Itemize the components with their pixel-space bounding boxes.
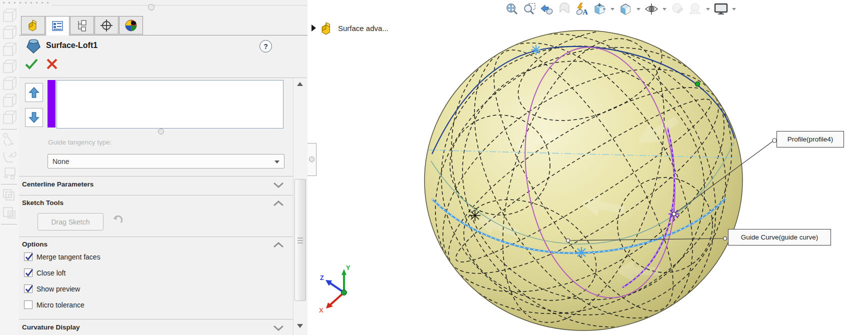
graphics-viewport[interactable]: Surface adva... A xyxy=(308,0,868,335)
splitter-grip-dot xyxy=(309,156,314,162)
scrollbar-thumb[interactable] xyxy=(294,179,306,301)
display-style-hidden-lines-icon[interactable] xyxy=(2,42,17,57)
triad-x-label: X xyxy=(319,306,324,314)
displaymanager-sphere-icon xyxy=(124,19,138,32)
micro-tolerance-checkbox[interactable] xyxy=(24,300,32,309)
separator xyxy=(19,195,307,196)
panel-resize-grip[interactable] xyxy=(148,4,154,10)
option-row: Show preview xyxy=(24,284,80,293)
pole-convergence-star xyxy=(470,210,480,221)
move-down-button[interactable] xyxy=(25,108,43,127)
featuremanager-part-icon xyxy=(26,19,40,32)
section-centerline-parameters[interactable]: Centerline Parameters xyxy=(22,180,94,188)
display-style-wireframe-icon[interactable] xyxy=(2,25,17,40)
display-style-shaded-icon[interactable] xyxy=(2,76,17,91)
chevron-down-icon xyxy=(274,160,280,164)
chevron-up-icon[interactable] xyxy=(273,242,284,248)
loft-preview-scene[interactable]: Z Y X xyxy=(308,0,868,335)
checkmark-icon xyxy=(24,284,34,294)
guide-tangency-value: None xyxy=(52,158,69,166)
move-up-button[interactable] xyxy=(25,83,43,102)
chevron-down-icon[interactable] xyxy=(273,324,284,332)
option-label[interactable]: Micro tolerance xyxy=(36,301,84,309)
profile-callout[interactable]: Profile(profile4) xyxy=(776,131,844,148)
selection-filter-icon[interactable] xyxy=(2,132,17,147)
panel-scrollbar[interactable] xyxy=(293,78,307,335)
tab-configurationmanager[interactable] xyxy=(70,16,94,34)
guide-tangency-select[interactable]: None xyxy=(48,154,284,168)
view-display-toolbar xyxy=(0,0,19,335)
copy-appearance-icon[interactable] xyxy=(2,188,17,203)
option-row: Merge tangent faces xyxy=(24,252,100,261)
property-manager-panel: Surface-Loft1 ? Guide tangency type: Non… xyxy=(19,0,308,335)
reference-triad: Z Y X xyxy=(319,264,350,314)
separator xyxy=(19,319,307,320)
close-loft-checkbox[interactable] xyxy=(24,268,32,277)
loft-surface-body[interactable] xyxy=(424,30,742,330)
guide-curve-callout[interactable]: Guide Curve(guide curve) xyxy=(728,229,831,246)
paste-appearance-icon[interactable] xyxy=(2,205,17,220)
tab-displaymanager[interactable] xyxy=(119,16,143,34)
section-curvature-display[interactable]: Curvature Display xyxy=(22,324,80,331)
scroll-down-arrow[interactable] xyxy=(297,324,303,328)
solidworks-window: Surface-Loft1 ? Guide tangency type: Non… xyxy=(0,0,868,335)
toolbar-separator xyxy=(1,224,17,224)
guide-endpoint-star xyxy=(576,247,587,258)
checkmark-icon xyxy=(24,252,34,262)
triad-z-label: Z xyxy=(320,274,324,282)
panel-divider xyxy=(52,5,307,6)
page-title: Surface-Loft1 xyxy=(46,41,98,50)
section-sketch-tools[interactable]: Sketch Tools xyxy=(22,199,64,206)
sketch-picture-icon[interactable] xyxy=(2,166,17,181)
section-options[interactable]: Options xyxy=(22,240,48,248)
checkmark-icon xyxy=(24,268,34,278)
dimxpert-target-icon xyxy=(100,18,114,32)
tab-dimxpertmanager[interactable] xyxy=(94,16,118,34)
chevron-down-icon[interactable] xyxy=(273,182,284,188)
profiles-list-box[interactable] xyxy=(56,80,284,128)
option-row: Close loft xyxy=(24,268,66,277)
option-label[interactable]: Show preview xyxy=(36,285,80,293)
undo-icon[interactable] xyxy=(111,214,124,227)
scrollbar-grip xyxy=(298,238,303,244)
cancel-button[interactable] xyxy=(46,58,58,70)
toolbar-separator xyxy=(1,184,17,184)
arrow-down-icon xyxy=(28,112,40,124)
chevron-up-icon[interactable] xyxy=(273,200,284,207)
arrow-up-icon xyxy=(28,86,40,98)
section-display-icon[interactable] xyxy=(2,110,17,125)
configurationmanager-icon xyxy=(76,19,88,32)
selection-accent-bar xyxy=(48,80,56,128)
scroll-up-arrow[interactable] xyxy=(297,82,303,86)
display-style-perspective-icon[interactable] xyxy=(2,93,17,108)
options-wrench-icon[interactable] xyxy=(2,149,17,164)
triad-y-label: Y xyxy=(346,264,350,272)
help-button[interactable]: ? xyxy=(260,40,272,52)
option-label[interactable]: Merge tangent faces xyxy=(36,253,100,261)
tab-featuremanager[interactable] xyxy=(21,16,45,34)
propertymanager-icon xyxy=(51,20,64,32)
separator xyxy=(19,176,307,176)
guide-endpoint-star xyxy=(531,45,541,55)
ok-button[interactable] xyxy=(24,57,39,71)
merge-tangent-faces-checkbox[interactable] xyxy=(24,252,32,261)
separator xyxy=(19,236,307,237)
list-resize-grip[interactable] xyxy=(158,128,164,134)
show-preview-checkbox[interactable] xyxy=(24,284,32,293)
separator xyxy=(19,78,307,78)
drag-sketch-button[interactable]: Drag Sketch xyxy=(38,213,104,230)
display-style-hidden-removed-icon[interactable] xyxy=(2,59,17,74)
display-style-shaded-edges-icon[interactable] xyxy=(2,8,17,23)
tab-propertymanager[interactable] xyxy=(46,16,70,36)
toolbar-drag-handle[interactable] xyxy=(1,1,51,4)
vertex-point-green[interactable] xyxy=(696,82,700,86)
option-row: Micro tolerance xyxy=(24,300,84,309)
option-label[interactable]: Close loft xyxy=(36,269,66,277)
guide-tangency-label: Guide tangency type: xyxy=(48,138,112,146)
panel-splitter-handle[interactable] xyxy=(308,143,316,176)
toolbar-separator xyxy=(1,129,17,130)
surface-loft-feature-icon xyxy=(25,38,42,54)
